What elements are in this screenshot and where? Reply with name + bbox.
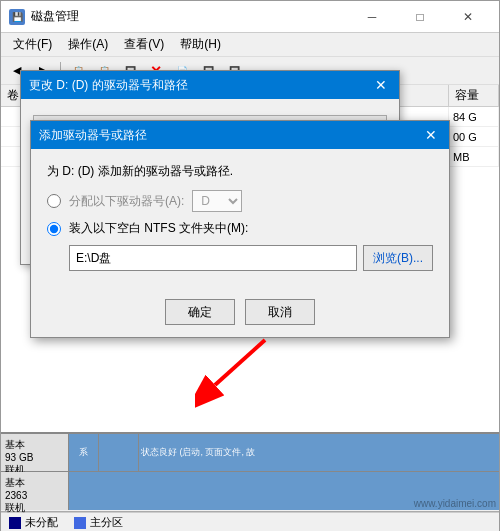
- inner-dialog-title-bar: 添加驱动器号或路径 ✕: [31, 121, 449, 149]
- menu-help[interactable]: 帮助(H): [172, 34, 229, 55]
- browse-button[interactable]: 浏览(B)...: [363, 245, 433, 271]
- radio-assign-label: 分配以下驱动器号(A):: [69, 193, 184, 210]
- inner-dialog-buttons: 确定 取消: [31, 295, 449, 337]
- path-input-row: 浏览(B)...: [69, 245, 433, 271]
- col-cap: 容量: [449, 85, 499, 106]
- row2-cap: 00 G: [449, 127, 499, 146]
- inner-dialog-body: 为 D: (D) 添加新的驱动器号或路径. 分配以下驱动器号(A): D 装入以…: [31, 149, 449, 295]
- drive-letter-select[interactable]: D: [192, 190, 242, 212]
- outer-dialog-title-text: 更改 D: (D) 的驱动器号和路径: [29, 77, 188, 94]
- primary-icon: [74, 517, 86, 529]
- unallocated-label: 未分配: [25, 515, 58, 530]
- watermark: www.yidaimei.com: [414, 498, 496, 509]
- inner-cancel-button[interactable]: 取消: [245, 299, 315, 325]
- radio-mount-label: 装入以下空白 NTFS 文件夹中(M):: [69, 220, 248, 237]
- row3-cap: MB: [449, 147, 499, 166]
- menu-file[interactable]: 文件(F): [5, 34, 60, 55]
- status-primary: 主分区: [74, 515, 123, 530]
- inner-dialog: 添加驱动器号或路径 ✕ 为 D: (D) 添加新的驱动器号或路径. 分配以下驱动…: [30, 120, 450, 338]
- inner-dialog-close-btn[interactable]: ✕: [421, 125, 441, 145]
- menu-action[interactable]: 操作(A): [60, 34, 116, 55]
- primary-label: 主分区: [90, 515, 123, 530]
- inner-dialog-title-text: 添加驱动器号或路径: [39, 127, 147, 144]
- inner-dialog-desc: 为 D: (D) 添加新的驱动器号或路径.: [47, 163, 433, 180]
- radio-mount-folder[interactable]: [47, 222, 61, 236]
- close-button[interactable]: ✕: [445, 3, 491, 31]
- row1-cap: 84 G: [449, 107, 499, 126]
- radio-assign-drive[interactable]: [47, 194, 61, 208]
- disk1-bar3: 状态良好 (启动, 页面文件, 故: [139, 434, 499, 471]
- inner-ok-button[interactable]: 确定: [165, 299, 235, 325]
- menu-bar: 文件(F) 操作(A) 查看(V) 帮助(H): [1, 33, 499, 57]
- outer-dialog-close-btn[interactable]: ✕: [371, 75, 391, 95]
- status-unallocated: 未分配: [9, 515, 58, 530]
- title-bar: 💾 磁盘管理 ─ □ ✕: [1, 1, 499, 33]
- outer-dialog-title-bar: 更改 D: (D) 的驱动器号和路径 ✕: [21, 71, 399, 99]
- window-title: 磁盘管理: [31, 8, 79, 25]
- path-input[interactable]: [69, 245, 357, 271]
- menu-view[interactable]: 查看(V): [116, 34, 172, 55]
- unallocated-icon: [9, 517, 21, 529]
- status-bar: 未分配 主分区: [1, 512, 499, 531]
- maximize-button[interactable]: □: [397, 3, 443, 31]
- disk-icon: 💾: [9, 9, 25, 25]
- radio-row-1: 分配以下驱动器号(A): D: [47, 190, 433, 212]
- minimize-button[interactable]: ─: [349, 3, 395, 31]
- disk1-label: 基本 93 GB 联机: [1, 434, 69, 471]
- window-controls: ─ □ ✕: [349, 3, 491, 31]
- disk2-label: 基本 2363 联机: [1, 472, 69, 510]
- radio-row-2: 装入以下空白 NTFS 文件夹中(M):: [47, 220, 433, 237]
- title-bar-left: 💾 磁盘管理: [9, 8, 79, 25]
